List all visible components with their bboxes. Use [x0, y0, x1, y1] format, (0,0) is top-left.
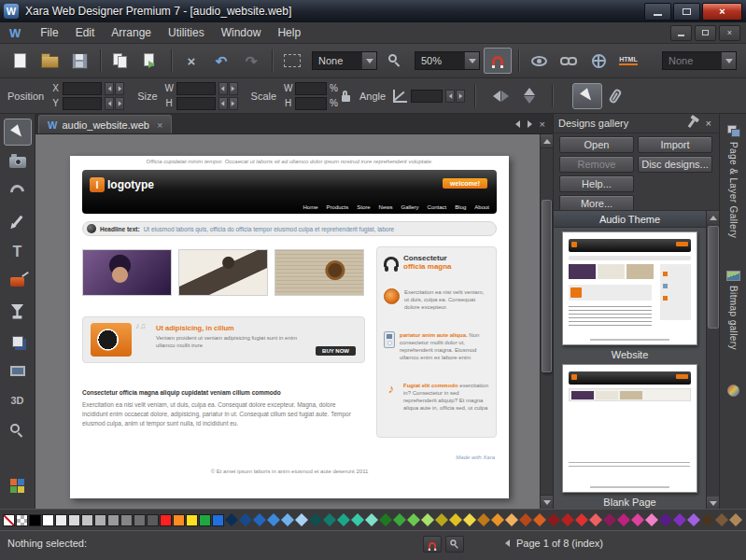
- doc-close-button[interactable]: ×: [719, 25, 740, 41]
- lock-aspect-icon[interactable]: [342, 95, 350, 102]
- undo-button[interactable]: ↶: [207, 48, 235, 74]
- color-swatch[interactable]: [68, 514, 80, 526]
- flip-horizontal-button[interactable]: [493, 91, 509, 102]
- web-style-dropdown-button[interactable]: [721, 52, 736, 69]
- scroll-down-button[interactable]: [541, 495, 553, 509]
- section-audio-theme[interactable]: Audio Theme: [554, 211, 706, 228]
- open-design-button[interactable]: Open: [559, 136, 634, 153]
- zoom-tool[interactable]: [4, 417, 32, 444]
- color-swatch[interactable]: [134, 514, 146, 526]
- color-swatch[interactable]: [120, 514, 133, 526]
- menu-window[interactable]: Window: [213, 23, 270, 42]
- theme-color-swatch[interactable]: [225, 513, 238, 526]
- color-swatch[interactable]: [173, 514, 185, 526]
- theme-color-swatch[interactable]: [533, 513, 546, 526]
- flip-vertical-button[interactable]: [524, 88, 535, 104]
- html-code-button[interactable]: HTML: [614, 48, 642, 74]
- fill-tool[interactable]: [4, 268, 32, 295]
- nav-about[interactable]: About: [474, 204, 489, 210]
- theme-color-swatch[interactable]: [435, 513, 448, 526]
- shape-editor-tool[interactable]: [4, 178, 32, 205]
- open-button[interactable]: [35, 48, 63, 74]
- theme-color-swatch[interactable]: [477, 513, 490, 526]
- design-caption-blank-page[interactable]: Blank Page: [554, 497, 706, 508]
- new-document-button[interactable]: [6, 48, 34, 74]
- theme-color-swatch[interactable]: [631, 513, 644, 526]
- pen-tool[interactable]: [4, 208, 32, 235]
- theme-color-swatch[interactable]: [323, 513, 336, 526]
- scroll-up-button[interactable]: [541, 134, 553, 148]
- selector-mode-button[interactable]: [572, 83, 602, 109]
- line-style-combo[interactable]: None: [312, 51, 377, 70]
- tab-page-layer-gallery[interactable]: Page & Layer Gallery: [723, 125, 744, 238]
- color-swatch[interactable]: [42, 514, 54, 526]
- theme-color-swatch[interactable]: [617, 513, 630, 526]
- nav-news[interactable]: News: [379, 204, 393, 210]
- previous-page-button[interactable]: [505, 539, 510, 547]
- gallery-scrollbar-thumb[interactable]: [708, 226, 719, 329]
- theme-color-swatch[interactable]: [281, 513, 294, 526]
- headline-bar[interactable]: Headline text: Ut eiusmod laboris quis, …: [82, 221, 497, 236]
- size-h-spinner[interactable]: [218, 97, 238, 110]
- menu-arrange[interactable]: Arrange: [103, 23, 160, 42]
- theme-color-swatch[interactable]: [701, 513, 714, 526]
- menu-edit[interactable]: Edit: [67, 23, 104, 42]
- clip-view-button[interactable]: [278, 48, 306, 74]
- color-swatch[interactable]: [147, 514, 159, 526]
- nav-contact[interactable]: Contact: [428, 204, 447, 210]
- tab-bitmap-gallery[interactable]: Bitmap gallery: [723, 271, 744, 350]
- transparent-swatch[interactable]: [16, 514, 28, 526]
- prev-tab-button[interactable]: [515, 120, 520, 128]
- theme-color-swatch[interactable]: [379, 513, 392, 526]
- color-swatch[interactable]: [212, 514, 224, 526]
- paperclip-icon[interactable]: [608, 88, 622, 105]
- theme-color-swatch[interactable]: [449, 513, 462, 526]
- site-logo[interactable]: l logotype: [90, 177, 154, 192]
- theme-color-swatch[interactable]: [505, 513, 518, 526]
- zoom-indicator[interactable]: [445, 536, 464, 553]
- gallery-scroll-down-button[interactable]: [707, 497, 720, 510]
- close-button[interactable]: ×: [702, 3, 742, 21]
- doc-restore-button[interactable]: [695, 25, 716, 41]
- document-tab-close-icon[interactable]: ×: [157, 119, 162, 131]
- minimize-button[interactable]: [644, 3, 671, 21]
- line-style-dropdown-button[interactable]: [361, 52, 376, 69]
- color-swatch[interactable]: [81, 514, 93, 526]
- menu-file[interactable]: File: [32, 23, 66, 42]
- document-tab[interactable]: W audio_website.web ×: [38, 115, 172, 133]
- angle-field[interactable]: [411, 90, 443, 103]
- theme-color-swatch[interactable]: [589, 513, 602, 526]
- theme-color-swatch[interactable]: [295, 513, 308, 526]
- nav-gallery[interactable]: Gallery: [401, 204, 419, 210]
- scale-h-field[interactable]: [295, 97, 327, 110]
- position-x-field[interactable]: [63, 82, 102, 95]
- import-design-button[interactable]: Import: [638, 136, 712, 153]
- web-style-combo[interactable]: None: [662, 51, 737, 70]
- theme-color-swatch[interactable]: [267, 513, 280, 526]
- zoom-tool-button[interactable]: [381, 48, 409, 74]
- extrude-3d-tool[interactable]: 3D: [4, 387, 32, 414]
- angle-spinner[interactable]: [445, 90, 465, 103]
- gallery-help-button[interactable]: Help...: [559, 175, 634, 192]
- color-swatch[interactable]: [29, 514, 41, 526]
- size-h-field[interactable]: [176, 97, 216, 110]
- shadow-tool[interactable]: [4, 328, 32, 355]
- disc-designs-button[interactable]: Disc designs...: [638, 156, 712, 173]
- text-tool[interactable]: T: [4, 238, 32, 265]
- canvas[interactable]: Officia cupidatat minim tempor. Occaecat…: [35, 134, 540, 509]
- theme-color-swatch[interactable]: [687, 513, 700, 526]
- position-x-spinner[interactable]: [105, 82, 124, 95]
- redo-button[interactable]: ↷: [237, 48, 265, 74]
- photo-violinist[interactable]: [178, 249, 268, 296]
- nav-blog[interactable]: Blog: [455, 204, 466, 210]
- theme-color-swatch[interactable]: [729, 513, 742, 526]
- next-tab-button[interactable]: [528, 120, 532, 128]
- document-menu-icon[interactable]: W: [9, 26, 21, 40]
- buy-now-button[interactable]: BUY NOW: [316, 346, 356, 356]
- theme-color-swatch[interactable]: [253, 513, 266, 526]
- paste-button[interactable]: [136, 48, 164, 74]
- theme-color-swatch[interactable]: [421, 513, 434, 526]
- theme-color-swatch[interactable]: [351, 513, 364, 526]
- preview-button[interactable]: [525, 48, 553, 74]
- page-sidebar-panel[interactable]: Consectetur officia magna Exercitation e…: [376, 246, 497, 438]
